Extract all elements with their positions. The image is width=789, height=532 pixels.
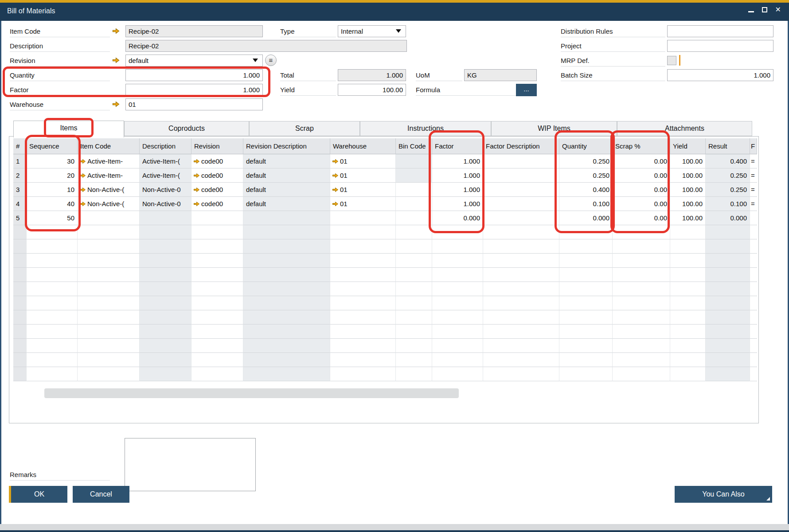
col-header-factor-desc[interactable]: Factor Description [483,138,559,154]
bin-code-cell[interactable] [396,268,432,282]
tab-items[interactable]: Items [13,121,124,137]
item-code-cell[interactable] [78,268,140,282]
sequence-cell[interactable] [27,353,78,367]
sequence-cell[interactable]: 10 [27,183,78,197]
warehouse-cell[interactable]: 01 [330,183,396,197]
sequence-cell[interactable] [27,254,78,268]
scrap-cell[interactable]: 0.00 [613,168,670,183]
sequence-cell[interactable] [27,268,78,282]
formula-indicator[interactable]: = [750,197,757,211]
warehouse-cell[interactable]: 01 [330,154,396,168]
bin-code-cell[interactable] [396,282,432,296]
warehouse-cell[interactable] [330,211,396,225]
item-code-cell[interactable] [78,367,140,381]
item-code-cell[interactable] [78,225,140,239]
window-titlebar[interactable]: Bill of Materials [0,3,789,21]
sequence-cell[interactable] [27,325,78,339]
table-empty-row[interactable] [13,353,757,367]
item-code-cell[interactable] [78,254,140,268]
revision-cell[interactable] [191,325,243,339]
bin-code-cell[interactable] [396,367,432,381]
factor-desc-cell[interactable] [483,197,559,211]
yield-cell[interactable] [670,325,706,339]
quantity-cell[interactable] [559,310,613,325]
yield-cell[interactable]: 100.00 [670,211,706,225]
col-header-scrap-pct[interactable]: Scrap % [613,138,670,154]
link-arrow-icon[interactable] [332,173,339,178]
yield-cell[interactable] [670,225,706,239]
item-code-cell[interactable] [78,282,140,296]
factor-desc-cell[interactable] [483,211,559,225]
item-code-cell[interactable] [78,339,140,353]
scrap-cell[interactable] [613,282,670,296]
factor-desc-cell[interactable] [483,310,559,325]
table-empty-row[interactable] [13,282,757,296]
revision-cell[interactable] [191,296,243,310]
scrap-cell[interactable]: 0.00 [613,154,670,168]
factor-desc-cell[interactable] [483,268,559,282]
scrap-cell[interactable] [613,325,670,339]
table-row[interactable]: 4 40 Non-Active-( Non-Active-0 code00 de… [13,197,757,211]
formula-indicator[interactable]: = [750,154,757,168]
link-arrow-icon[interactable] [332,159,339,164]
yield-cell[interactable] [670,239,706,254]
sequence-cell[interactable]: 40 [27,197,78,211]
ok-button[interactable]: OK [9,486,67,503]
scrap-cell[interactable] [613,367,670,381]
cancel-button[interactable]: Cancel [73,486,129,503]
factor-cell[interactable]: 1.000 [432,154,483,168]
quantity-cell[interactable]: 0.250 [559,168,613,183]
quantity-cell[interactable]: 0.100 [559,197,613,211]
bin-code-cell[interactable] [396,183,432,197]
factor-cell[interactable] [432,239,483,254]
table-empty-row[interactable] [13,296,757,310]
item-code-cell[interactable] [78,325,140,339]
table-empty-row[interactable] [13,367,757,381]
tab-coproducts[interactable]: Coproducts [124,121,249,136]
warehouse-cell[interactable] [330,239,396,254]
factor-cell[interactable] [432,282,483,296]
col-header-yield[interactable]: Yield [670,138,706,154]
warehouse-cell[interactable] [330,339,396,353]
quantity-field[interactable]: 1.000 [125,69,263,81]
item-code-cell[interactable] [78,296,140,310]
sequence-cell[interactable] [27,239,78,254]
factor-desc-cell[interactable] [483,168,559,183]
warehouse-cell[interactable] [330,282,396,296]
warehouse-cell[interactable] [330,225,396,239]
col-header-warehouse[interactable]: Warehouse [330,138,396,154]
item-code-cell[interactable]: Non-Active-( [78,183,140,197]
factor-cell[interactable] [432,353,483,367]
revision-cell[interactable] [191,367,243,381]
revision-cell[interactable]: code00 [191,168,243,183]
bin-code-cell[interactable] [396,211,432,225]
revision-menu-button[interactable]: ≡ [265,55,277,66]
factor-desc-cell[interactable] [483,239,559,254]
quantity-cell[interactable] [559,296,613,310]
link-arrow-icon[interactable] [332,187,339,192]
maximize-icon[interactable] [762,7,767,12]
factor-desc-cell[interactable] [483,353,559,367]
scrap-cell[interactable]: 0.00 [613,211,670,225]
quantity-cell[interactable] [559,353,613,367]
revision-cell[interactable] [191,239,243,254]
yield-cell[interactable] [670,282,706,296]
project-field[interactable] [667,40,773,52]
item-code-cell[interactable] [78,211,140,225]
bin-code-cell[interactable] [396,197,432,211]
item-code-cell[interactable]: Active-Item- [78,168,140,183]
bin-code-cell[interactable] [396,353,432,367]
factor-cell[interactable] [432,367,483,381]
you-can-also-button[interactable]: You Can Also [675,486,772,503]
mrp-def-checkbox[interactable] [667,56,676,65]
revision-cell[interactable]: code00 [191,183,243,197]
tab-instructions[interactable]: Instructions [360,121,491,136]
col-header-revision-desc[interactable]: Revision Description [243,138,330,154]
sequence-cell[interactable]: 50 [27,211,78,225]
yield-cell[interactable] [670,268,706,282]
col-header-sequence[interactable]: Sequence [27,138,78,154]
factor-cell[interactable] [432,254,483,268]
quantity-cell[interactable] [559,225,613,239]
factor-desc-cell[interactable] [483,282,559,296]
scrap-cell[interactable] [613,225,670,239]
